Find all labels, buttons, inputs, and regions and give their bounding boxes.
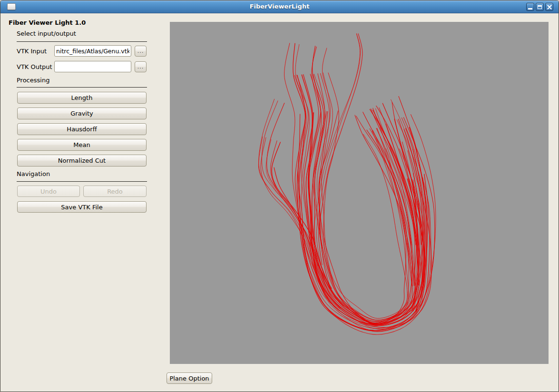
length-button[interactable]: Length [17, 92, 147, 104]
close-icon [547, 5, 552, 10]
fiber-3d-viewport[interactable] [170, 22, 549, 364]
app-heading: Fiber Viewer Light 1.0 [9, 19, 86, 26]
titlebar: FiberViewerLight [0, 0, 559, 13]
navigation-section-label: Navigation [17, 170, 50, 177]
io-section-label: Select input/output [17, 30, 76, 37]
window-title: FiberViewerLight [0, 0, 559, 13]
plane-option-button[interactable]: Plane Option [167, 372, 212, 384]
fiber-streamline [316, 34, 360, 266]
maximize-icon [538, 5, 542, 9]
processing-section-divider [17, 87, 147, 88]
vtk-input-label: VTK Input [17, 48, 47, 55]
maximize-button[interactable] [536, 3, 544, 11]
navigation-section-divider [17, 181, 147, 182]
vtk-output-field[interactable] [54, 61, 131, 72]
mean-button[interactable]: Mean [17, 139, 147, 151]
vtk-output-label: VTK Output [17, 63, 52, 70]
fiber-streamlines-render [170, 22, 549, 364]
vtk-input-field[interactable] [54, 45, 131, 57]
redo-button[interactable]: Redo [83, 186, 147, 197]
vtk-output-browse-button[interactable]: ... [135, 61, 147, 72]
fiber-streamline [306, 47, 419, 322]
processing-section-label: Processing [17, 77, 49, 84]
save-vtk-button[interactable]: Save VTK File [17, 201, 147, 213]
hausdorff-button[interactable]: Hausdorff [17, 123, 147, 135]
undo-button[interactable]: Undo [17, 186, 80, 197]
gravity-button[interactable]: Gravity [17, 108, 147, 119]
fiber-streamline [319, 111, 412, 323]
minimize-button[interactable] [526, 3, 534, 11]
fiber-streamline [317, 73, 409, 324]
fiber-streamline [314, 33, 361, 266]
vtk-input-browse-button[interactable]: ... [135, 46, 147, 57]
app-window: FiberViewerLight Fiber Viewer Light 1.0 … [0, 0, 559, 392]
fiber-streamline [315, 111, 413, 324]
fiber-streamline [302, 75, 425, 324]
io-section-divider [17, 41, 147, 42]
close-button[interactable] [545, 3, 553, 11]
normalized-cut-button[interactable]: Normalized Cut [17, 155, 147, 167]
minimize-icon [528, 8, 532, 10]
window-controls [526, 3, 553, 11]
